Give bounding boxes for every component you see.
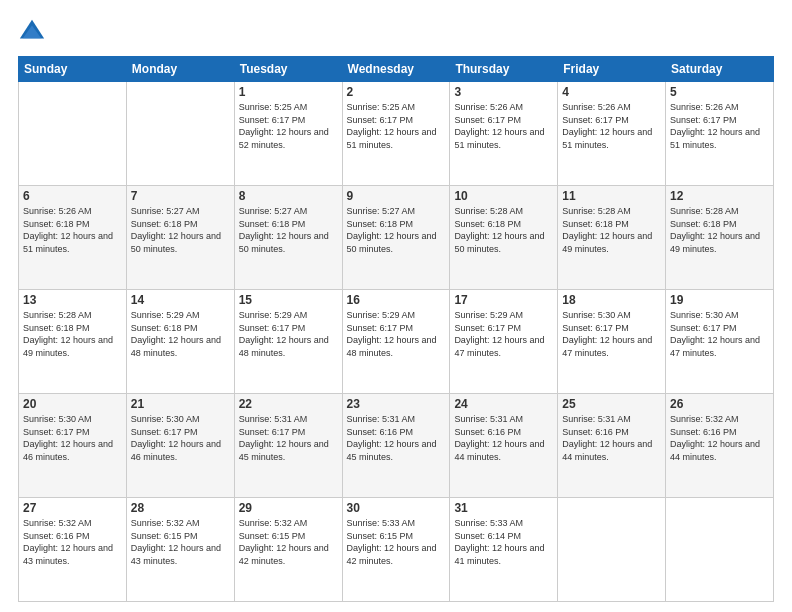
calendar-cell: 8Sunrise: 5:27 AM Sunset: 6:18 PM Daylig… (234, 186, 342, 290)
day-info: Sunrise: 5:31 AM Sunset: 6:16 PM Dayligh… (562, 413, 661, 463)
logo (18, 18, 50, 46)
day-number: 2 (347, 85, 446, 99)
calendar-cell: 16Sunrise: 5:29 AM Sunset: 6:17 PM Dayli… (342, 290, 450, 394)
weekday-header: Tuesday (234, 57, 342, 82)
calendar-cell: 18Sunrise: 5:30 AM Sunset: 6:17 PM Dayli… (558, 290, 666, 394)
calendar-cell (558, 498, 666, 602)
day-number: 8 (239, 189, 338, 203)
weekday-header: Friday (558, 57, 666, 82)
day-info: Sunrise: 5:32 AM Sunset: 6:15 PM Dayligh… (131, 517, 230, 567)
calendar-cell: 26Sunrise: 5:32 AM Sunset: 6:16 PM Dayli… (666, 394, 774, 498)
day-number: 20 (23, 397, 122, 411)
day-info: Sunrise: 5:30 AM Sunset: 6:17 PM Dayligh… (562, 309, 661, 359)
day-info: Sunrise: 5:29 AM Sunset: 6:17 PM Dayligh… (347, 309, 446, 359)
calendar-cell: 1Sunrise: 5:25 AM Sunset: 6:17 PM Daylig… (234, 82, 342, 186)
day-number: 19 (670, 293, 769, 307)
day-info: Sunrise: 5:27 AM Sunset: 6:18 PM Dayligh… (347, 205, 446, 255)
calendar-cell: 7Sunrise: 5:27 AM Sunset: 6:18 PM Daylig… (126, 186, 234, 290)
day-number: 15 (239, 293, 338, 307)
day-info: Sunrise: 5:26 AM Sunset: 6:17 PM Dayligh… (670, 101, 769, 151)
calendar-cell: 2Sunrise: 5:25 AM Sunset: 6:17 PM Daylig… (342, 82, 450, 186)
calendar-week-row: 1Sunrise: 5:25 AM Sunset: 6:17 PM Daylig… (19, 82, 774, 186)
calendar-cell: 23Sunrise: 5:31 AM Sunset: 6:16 PM Dayli… (342, 394, 450, 498)
calendar-cell: 12Sunrise: 5:28 AM Sunset: 6:18 PM Dayli… (666, 186, 774, 290)
day-number: 30 (347, 501, 446, 515)
calendar-cell: 27Sunrise: 5:32 AM Sunset: 6:16 PM Dayli… (19, 498, 127, 602)
day-number: 12 (670, 189, 769, 203)
calendar-cell (19, 82, 127, 186)
day-info: Sunrise: 5:32 AM Sunset: 6:15 PM Dayligh… (239, 517, 338, 567)
calendar-header-row: SundayMondayTuesdayWednesdayThursdayFrid… (19, 57, 774, 82)
logo-icon (18, 18, 46, 46)
calendar-cell: 28Sunrise: 5:32 AM Sunset: 6:15 PM Dayli… (126, 498, 234, 602)
calendar-week-row: 13Sunrise: 5:28 AM Sunset: 6:18 PM Dayli… (19, 290, 774, 394)
day-info: Sunrise: 5:32 AM Sunset: 6:16 PM Dayligh… (670, 413, 769, 463)
day-info: Sunrise: 5:30 AM Sunset: 6:17 PM Dayligh… (23, 413, 122, 463)
weekday-header: Monday (126, 57, 234, 82)
weekday-header: Saturday (666, 57, 774, 82)
day-number: 4 (562, 85, 661, 99)
day-info: Sunrise: 5:29 AM Sunset: 6:17 PM Dayligh… (454, 309, 553, 359)
calendar-cell: 15Sunrise: 5:29 AM Sunset: 6:17 PM Dayli… (234, 290, 342, 394)
page: SundayMondayTuesdayWednesdayThursdayFrid… (0, 0, 792, 612)
day-info: Sunrise: 5:26 AM Sunset: 6:17 PM Dayligh… (454, 101, 553, 151)
calendar-cell: 4Sunrise: 5:26 AM Sunset: 6:17 PM Daylig… (558, 82, 666, 186)
day-info: Sunrise: 5:28 AM Sunset: 6:18 PM Dayligh… (562, 205, 661, 255)
calendar-cell: 20Sunrise: 5:30 AM Sunset: 6:17 PM Dayli… (19, 394, 127, 498)
calendar-cell: 22Sunrise: 5:31 AM Sunset: 6:17 PM Dayli… (234, 394, 342, 498)
weekday-header: Wednesday (342, 57, 450, 82)
day-info: Sunrise: 5:30 AM Sunset: 6:17 PM Dayligh… (670, 309, 769, 359)
calendar-cell: 10Sunrise: 5:28 AM Sunset: 6:18 PM Dayli… (450, 186, 558, 290)
day-info: Sunrise: 5:29 AM Sunset: 6:18 PM Dayligh… (131, 309, 230, 359)
day-number: 18 (562, 293, 661, 307)
calendar-cell: 29Sunrise: 5:32 AM Sunset: 6:15 PM Dayli… (234, 498, 342, 602)
calendar-week-row: 6Sunrise: 5:26 AM Sunset: 6:18 PM Daylig… (19, 186, 774, 290)
day-info: Sunrise: 5:32 AM Sunset: 6:16 PM Dayligh… (23, 517, 122, 567)
day-number: 25 (562, 397, 661, 411)
calendar-cell: 5Sunrise: 5:26 AM Sunset: 6:17 PM Daylig… (666, 82, 774, 186)
calendar-cell (126, 82, 234, 186)
calendar-cell: 6Sunrise: 5:26 AM Sunset: 6:18 PM Daylig… (19, 186, 127, 290)
day-number: 14 (131, 293, 230, 307)
day-number: 10 (454, 189, 553, 203)
calendar-table: SundayMondayTuesdayWednesdayThursdayFrid… (18, 56, 774, 602)
calendar-cell: 25Sunrise: 5:31 AM Sunset: 6:16 PM Dayli… (558, 394, 666, 498)
weekday-header: Thursday (450, 57, 558, 82)
day-info: Sunrise: 5:28 AM Sunset: 6:18 PM Dayligh… (454, 205, 553, 255)
day-info: Sunrise: 5:33 AM Sunset: 6:14 PM Dayligh… (454, 517, 553, 567)
day-info: Sunrise: 5:28 AM Sunset: 6:18 PM Dayligh… (23, 309, 122, 359)
day-info: Sunrise: 5:27 AM Sunset: 6:18 PM Dayligh… (131, 205, 230, 255)
day-number: 3 (454, 85, 553, 99)
day-number: 6 (23, 189, 122, 203)
day-info: Sunrise: 5:26 AM Sunset: 6:18 PM Dayligh… (23, 205, 122, 255)
day-number: 1 (239, 85, 338, 99)
day-number: 5 (670, 85, 769, 99)
day-number: 22 (239, 397, 338, 411)
day-info: Sunrise: 5:33 AM Sunset: 6:15 PM Dayligh… (347, 517, 446, 567)
day-number: 17 (454, 293, 553, 307)
day-number: 7 (131, 189, 230, 203)
day-info: Sunrise: 5:25 AM Sunset: 6:17 PM Dayligh… (347, 101, 446, 151)
day-number: 9 (347, 189, 446, 203)
calendar-week-row: 20Sunrise: 5:30 AM Sunset: 6:17 PM Dayli… (19, 394, 774, 498)
day-info: Sunrise: 5:25 AM Sunset: 6:17 PM Dayligh… (239, 101, 338, 151)
day-number: 31 (454, 501, 553, 515)
day-info: Sunrise: 5:30 AM Sunset: 6:17 PM Dayligh… (131, 413, 230, 463)
calendar-cell: 3Sunrise: 5:26 AM Sunset: 6:17 PM Daylig… (450, 82, 558, 186)
day-number: 16 (347, 293, 446, 307)
calendar-cell: 19Sunrise: 5:30 AM Sunset: 6:17 PM Dayli… (666, 290, 774, 394)
day-info: Sunrise: 5:31 AM Sunset: 6:16 PM Dayligh… (454, 413, 553, 463)
calendar-cell: 14Sunrise: 5:29 AM Sunset: 6:18 PM Dayli… (126, 290, 234, 394)
day-number: 21 (131, 397, 230, 411)
header (18, 18, 774, 46)
day-number: 13 (23, 293, 122, 307)
day-info: Sunrise: 5:27 AM Sunset: 6:18 PM Dayligh… (239, 205, 338, 255)
calendar-cell (666, 498, 774, 602)
calendar-cell: 24Sunrise: 5:31 AM Sunset: 6:16 PM Dayli… (450, 394, 558, 498)
day-info: Sunrise: 5:28 AM Sunset: 6:18 PM Dayligh… (670, 205, 769, 255)
day-info: Sunrise: 5:29 AM Sunset: 6:17 PM Dayligh… (239, 309, 338, 359)
calendar-cell: 9Sunrise: 5:27 AM Sunset: 6:18 PM Daylig… (342, 186, 450, 290)
day-number: 24 (454, 397, 553, 411)
calendar-cell: 13Sunrise: 5:28 AM Sunset: 6:18 PM Dayli… (19, 290, 127, 394)
day-number: 23 (347, 397, 446, 411)
